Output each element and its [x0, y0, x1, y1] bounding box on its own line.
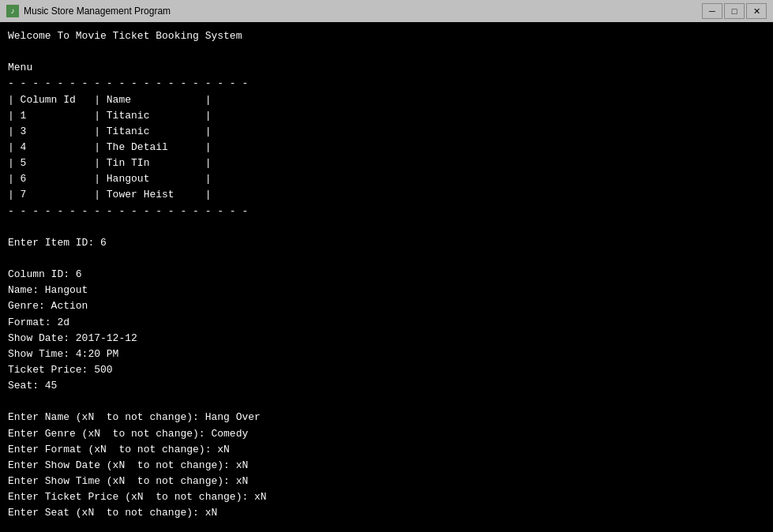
table-header: | Column Id | Name |: [8, 94, 211, 106]
enter-format-prompt: Enter Format (xN to not change): xN: [8, 444, 230, 455]
table-row-6: | 6 | Hangout |: [8, 173, 211, 185]
table-row-5: | 5 | Tin TIn |: [8, 157, 211, 169]
table-row-1: | 1 | Titanic |: [8, 110, 211, 122]
menu-label: Menu: [8, 62, 32, 73]
title-bar: ♪ Music Store Management Program ─ □ ✕: [0, 0, 773, 22]
enter-seat-prompt: Enter Seat (xN to not change): xN: [8, 507, 217, 519]
window-title: Music Store Management Program: [24, 6, 171, 17]
enter-ticket-price-prompt: Enter Ticket Price (xN to not change): x…: [8, 491, 267, 503]
divider2: - - - - - - - - - - - - - - - - - - - -: [8, 205, 254, 217]
seat-field: Seat: 45: [8, 380, 57, 392]
app-icon: ♪: [6, 5, 19, 17]
ticket-price-field: Ticket Price: 500: [8, 364, 113, 376]
column-id: Column ID: 6: [8, 268, 82, 280]
table-row-7: | 7 | Tower Heist |: [8, 189, 211, 200]
format-field: Format: 2d: [8, 317, 69, 328]
enter-genre-prompt: Enter Genre (xN to not change): Comedy: [8, 428, 248, 440]
show-date-field: Show Date: 2017-12-12: [8, 332, 137, 344]
enter-item-id: Enter Item ID: 6: [8, 237, 107, 249]
terminal: Welcome To Movie Ticket Booking System M…: [0, 22, 773, 532]
enter-show-time-prompt: Enter Show Time (xN to not change): xN: [8, 475, 248, 487]
table-row-3: | 3 | Titanic |: [8, 126, 211, 137]
name-field: Name: Hangout: [8, 284, 88, 296]
close-button[interactable]: ✕: [746, 3, 767, 19]
welcome-text: Welcome To Movie Ticket Booking System: [8, 30, 242, 42]
divider1: - - - - - - - - - - - - - - - - - - - -: [8, 77, 254, 89]
table-row-4: | 4 | The Detail |: [8, 141, 211, 153]
show-time-field: Show Time: 4:20 PM: [8, 348, 118, 360]
enter-show-date-prompt: Enter Show Date (xN to not change): xN: [8, 459, 248, 471]
enter-name-prompt: Enter Name (xN to not change): Hang Over: [8, 411, 261, 423]
genre-field: Genre: Action: [8, 300, 88, 312]
minimize-button[interactable]: ─: [702, 3, 722, 19]
maximize-button[interactable]: □: [724, 3, 745, 19]
